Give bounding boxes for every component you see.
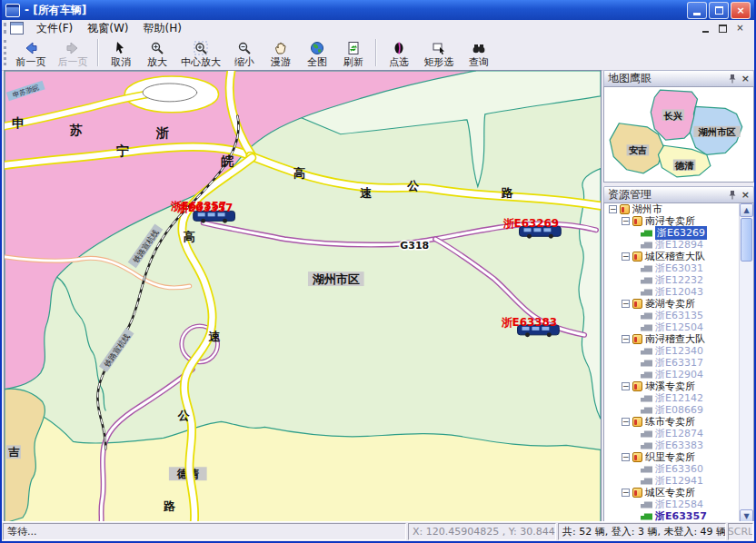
- toolbar-label: 后一页: [58, 55, 88, 69]
- expand-toggle-icon[interactable]: −: [622, 300, 630, 308]
- toolbar: 前一页 后一页 取消 放大 中心放大 缩小 漫游 全图: [2, 36, 754, 71]
- overview-label-deqing: 德清: [674, 161, 694, 171]
- close-button[interactable]: ×: [731, 2, 751, 19]
- vehicle-truck-icon: [641, 324, 652, 331]
- expand-toggle-icon[interactable]: −: [622, 489, 630, 497]
- toolbar-pan[interactable]: 漫游: [263, 37, 299, 72]
- label-gao-side: 高: [184, 230, 195, 243]
- vehicle-plate-label: 浙E63269: [503, 217, 559, 230]
- toolbar-label: 刷新: [343, 55, 363, 69]
- mdi-minimize-button[interactable]: [699, 23, 712, 35]
- globe-icon: [310, 40, 324, 55]
- label-zhe: 浙: [155, 125, 169, 140]
- menu-help[interactable]: 帮助(H): [136, 20, 189, 37]
- vehicle-truck-icon: [641, 265, 652, 272]
- organization-icon: [632, 452, 642, 462]
- organization-icon: [632, 381, 642, 391]
- scroll-up-button[interactable]: ▲: [740, 203, 753, 217]
- toolbar-cancel[interactable]: 取消: [103, 37, 139, 72]
- toolbar-label: 矩形选: [424, 55, 454, 69]
- close-icon: ×: [736, 5, 744, 15]
- resource-panel-body: −湖州市−南浔专卖所浙E63269浙E12894−城区稽查大队浙E63031浙E…: [603, 202, 754, 524]
- toolbar-next-page[interactable]: 后一页: [52, 37, 94, 72]
- toolbar-grip[interactable]: [4, 40, 6, 65]
- menubar-grip[interactable]: [4, 23, 6, 34]
- organization-icon: [632, 252, 642, 262]
- vehicle-truck-icon: [641, 289, 652, 296]
- overview-label-huzhou: 湖州市区: [698, 127, 737, 137]
- overview-panel-title: 地图鹰眼: [608, 71, 728, 86]
- tree-scrollbar[interactable]: ▲ ▼: [739, 203, 753, 523]
- toolbar-rect-select[interactable]: 矩形选: [417, 37, 461, 72]
- title-bar: - [所有车辆] ×: [2, 0, 754, 20]
- toolbar-refresh[interactable]: 刷新: [335, 37, 372, 72]
- zoom-in-cursor-icon: [150, 40, 164, 55]
- minimize-button[interactable]: [687, 2, 707, 19]
- menu-window[interactable]: 视窗(W): [80, 20, 135, 37]
- vehicle-truck-icon: [641, 395, 652, 402]
- toolbar-label: 缩小: [234, 55, 254, 69]
- vehicle-truck-icon: [641, 407, 652, 414]
- expand-toggle-icon[interactable]: −: [622, 335, 630, 343]
- expand-toggle-icon[interactable]: −: [622, 217, 630, 225]
- toolbar-prev-page[interactable]: 前一页: [10, 37, 52, 72]
- interchange-oval: [143, 84, 197, 102]
- vehicle-truck-icon: [641, 466, 652, 473]
- toolbar-point-select[interactable]: 点选: [381, 37, 417, 72]
- organization-icon: [632, 216, 642, 226]
- expand-toggle-icon[interactable]: −: [609, 205, 617, 213]
- expand-toggle-icon[interactable]: −: [622, 418, 630, 426]
- resource-tree[interactable]: −湖州市−南浔专卖所浙E63269浙E12894−城区稽查大队浙E63031浙E…: [604, 203, 740, 523]
- mdi-close-button[interactable]: ×: [733, 23, 747, 35]
- mdi-child-icon[interactable]: [10, 22, 24, 35]
- expand-toggle-icon[interactable]: −: [622, 252, 630, 261]
- toolbar-center-zoom[interactable]: 中心放大: [175, 37, 226, 72]
- mdi-restore-button[interactable]: [716, 23, 730, 35]
- rect-select-icon: [432, 40, 446, 55]
- mdi-restore-icon: [719, 25, 727, 33]
- panel-close-icon[interactable]: ×: [741, 189, 750, 201]
- vehicle-truck-icon: [641, 230, 652, 237]
- zoom-center-icon: [194, 40, 208, 55]
- toolbar-separator: [375, 39, 377, 66]
- map-view: 德清: [4, 70, 602, 524]
- vehicle-truck-icon: [641, 360, 652, 367]
- expand-toggle-icon[interactable]: −: [622, 453, 630, 461]
- toolbar-zoom-in[interactable]: 放大: [139, 37, 175, 72]
- toolbar-full-extent[interactable]: 全图: [299, 37, 335, 72]
- toolbar-separator: [97, 39, 99, 66]
- label-huzhou-city: 湖州市区: [312, 272, 360, 286]
- label-gong-side: 公: [177, 409, 191, 422]
- resource-panel-title: 资源管理: [608, 187, 728, 202]
- scroll-thumb[interactable]: [741, 218, 752, 262]
- toolbar-query[interactable]: 查询: [461, 37, 497, 72]
- expand-toggle-icon[interactable]: −: [622, 382, 630, 390]
- resource-panel: 资源管理 × −湖州市−南浔专卖所浙E63269浙E12894−城区稽查大队浙E…: [603, 186, 754, 524]
- toolbar-label: 放大: [147, 55, 167, 69]
- status-bar: 等待... X: 120.45904825 , Y: 30.84466204 共…: [2, 521, 754, 541]
- toolbar-label: 中心放大: [181, 55, 221, 69]
- menu-file[interactable]: 文件(F): [29, 20, 80, 37]
- overview-label-changxing: 长兴: [663, 111, 683, 122]
- pin-icon[interactable]: [728, 190, 737, 200]
- status-coordinates: X: 120.45904825 , Y: 30.84466204: [408, 523, 556, 540]
- label-wan: 皖: [221, 153, 234, 168]
- pan-hand-icon: [274, 40, 288, 55]
- vehicle-truck-icon: [641, 277, 652, 284]
- overview-panel-body: 长兴 湖州市区 安吉 德清: [603, 86, 754, 183]
- restore-button[interactable]: [709, 2, 729, 19]
- vehicle-truck-icon: [641, 430, 652, 438]
- panel-close-icon[interactable]: ×: [741, 73, 750, 84]
- label-g318: G318: [400, 240, 429, 252]
- vehicle-truck-icon: [641, 478, 652, 485]
- organization-icon: [632, 488, 642, 498]
- pin-icon[interactable]: [728, 74, 737, 84]
- organization-icon: [632, 334, 642, 344]
- overview-map[interactable]: 长兴 湖州市区 安吉 德清: [604, 87, 753, 182]
- overview-panel: 地图鹰眼 × 长兴 湖州市区 安吉: [603, 70, 754, 183]
- toolbar-zoom-out[interactable]: 缩小: [226, 37, 263, 72]
- toolbar-label: 点选: [389, 55, 409, 69]
- map-canvas[interactable]: 德清: [5, 71, 601, 523]
- status-vehicle-stats: 共: 52 辆, 登入: 3 辆, 未登入: 49 辆: [558, 523, 726, 540]
- toolbar-label: 全图: [307, 55, 327, 69]
